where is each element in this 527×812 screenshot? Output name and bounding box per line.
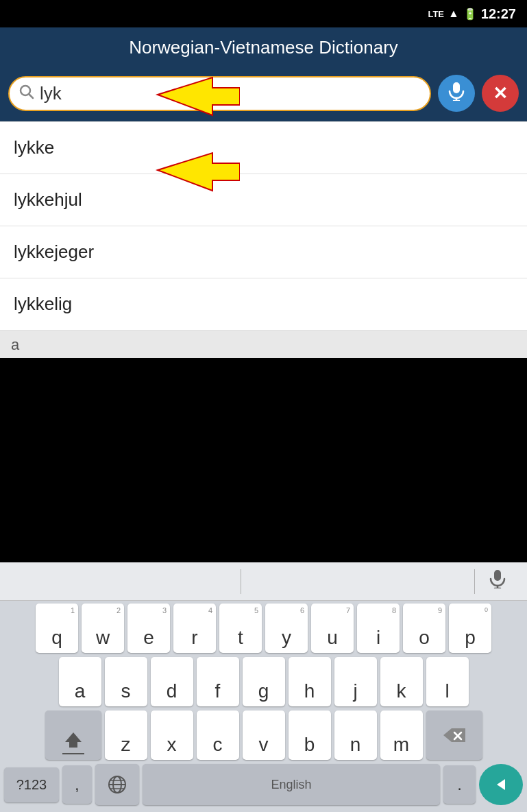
close-icon: ✕	[493, 83, 508, 104]
lte-icon: LTE	[428, 9, 444, 19]
key-c[interactable]: c	[197, 710, 239, 760]
search-icon	[19, 84, 34, 103]
autocomplete-item-0[interactable]: lykke	[0, 122, 527, 174]
key-a[interactable]: a	[59, 657, 101, 706]
status-bar: LTE ▲ 🔋 12:27	[0, 0, 527, 27]
svg-marker-18	[497, 779, 505, 790]
autocomplete-item-2[interactable]: lykkejeger	[0, 226, 527, 278]
signal-icon: ▲	[448, 8, 459, 20]
key-h[interactable]: h	[289, 657, 331, 706]
backspace-key[interactable]	[426, 710, 482, 760]
autocomplete-item-1[interactable]: lykkehjul	[0, 174, 527, 226]
key-m[interactable]: m	[380, 710, 423, 760]
search-input[interactable]: lyk	[40, 83, 420, 104]
keyboard-mic-icon[interactable]	[475, 569, 520, 593]
content-area: a	[0, 331, 527, 358]
battery-icon: 🔋	[463, 8, 477, 21]
key-globe[interactable]	[95, 764, 139, 805]
keyboard-row-3: z x c v b n m	[1, 710, 526, 760]
autocomplete-item-3[interactable]: lykkelig	[0, 278, 527, 331]
keyboard-top-bar	[0, 562, 527, 601]
keyboard-rows: 1q 2w 3e 4r 5t 6y 7u 8i 9o 0p a s d f g …	[0, 601, 527, 812]
keyboard-row-1: 1q 2w 3e 4r 5t 6y 7u 8i 9o 0p	[1, 604, 526, 653]
key-y[interactable]: 6y	[265, 604, 308, 653]
key-123[interactable]: ?123	[4, 767, 59, 802]
key-u[interactable]: 7u	[311, 604, 354, 653]
svg-rect-2	[453, 82, 460, 93]
search-bar-container: lyk ✕	[0, 68, 527, 121]
svg-rect-7	[494, 570, 501, 581]
key-comma[interactable]: ,	[62, 765, 92, 804]
key-k[interactable]: k	[380, 657, 423, 706]
key-v[interactable]: v	[243, 710, 285, 760]
app-header: Norwegian-Vietnamese Dictionary	[0, 27, 527, 68]
keyboard-bottom-row: ?123 , English .	[1, 764, 526, 809]
search-input-wrapper[interactable]: lyk	[8, 76, 431, 111]
key-n[interactable]: n	[334, 710, 377, 760]
keyboard-row-2: a s d f g h j k l	[1, 657, 526, 706]
key-i[interactable]: 8i	[357, 604, 400, 653]
keyboard-area: 1q 2w 3e 4r 5t 6y 7u 8i 9o 0p a s d f g …	[0, 562, 527, 812]
key-enter[interactable]	[479, 764, 523, 805]
key-e[interactable]: 3e	[127, 604, 170, 653]
key-space[interactable]: English	[143, 764, 441, 805]
key-s[interactable]: s	[105, 657, 147, 706]
status-icons: LTE ▲ 🔋 12:27	[428, 6, 516, 22]
key-z[interactable]: z	[105, 710, 147, 760]
svg-marker-10	[65, 732, 82, 748]
key-g[interactable]: g	[243, 657, 285, 706]
keyboard-divider-1	[241, 569, 241, 594]
close-button[interactable]: ✕	[482, 75, 519, 112]
key-l[interactable]: l	[426, 657, 469, 706]
key-d[interactable]: d	[151, 657, 193, 706]
key-o[interactable]: 9o	[403, 604, 445, 653]
key-j[interactable]: j	[334, 657, 377, 706]
mic-button[interactable]	[438, 75, 475, 112]
key-t[interactable]: 5t	[219, 604, 262, 653]
key-f[interactable]: f	[197, 657, 239, 706]
status-time: 12:27	[481, 6, 516, 22]
key-b[interactable]: b	[289, 710, 331, 760]
key-r[interactable]: 4r	[173, 604, 216, 653]
key-period[interactable]: .	[443, 765, 476, 804]
key-q[interactable]: 1q	[36, 604, 78, 653]
svg-line-1	[29, 94, 34, 98]
shift-key[interactable]	[45, 710, 101, 760]
key-x[interactable]: x	[151, 710, 193, 760]
autocomplete-list: lykke lykkehjul lykkejeger lykkelig	[0, 121, 527, 331]
key-p[interactable]: 0p	[449, 604, 491, 653]
app-title: Norwegian-Vietnamese Dictionary	[129, 37, 398, 58]
key-w[interactable]: 2w	[82, 604, 124, 653]
mic-icon	[448, 82, 465, 105]
